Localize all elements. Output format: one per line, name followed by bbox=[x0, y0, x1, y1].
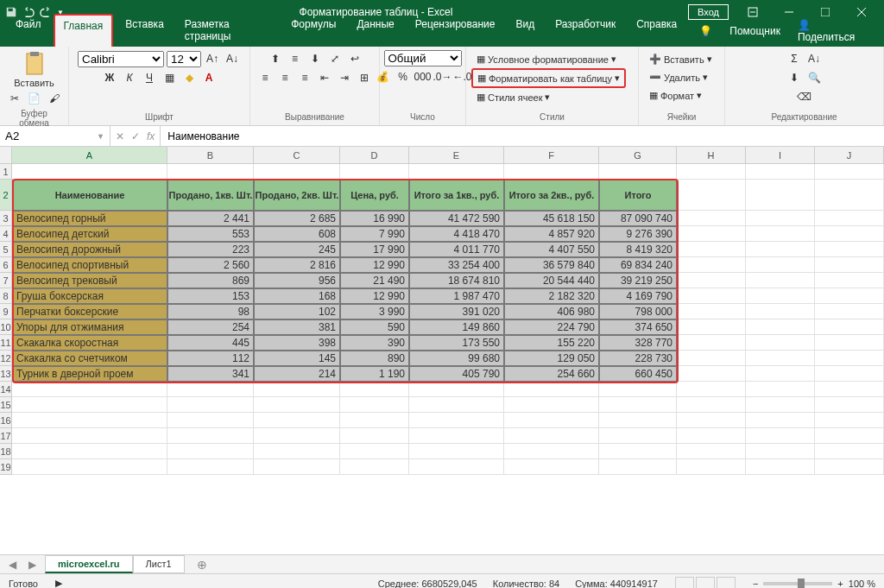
cell-F1[interactable] bbox=[504, 164, 599, 180]
cell-A2[interactable]: Наименование bbox=[12, 180, 167, 211]
zoom-slider[interactable] bbox=[763, 582, 832, 585]
cell-B1[interactable] bbox=[167, 164, 254, 180]
cell-G14[interactable] bbox=[599, 382, 677, 397]
cell-H5[interactable] bbox=[677, 242, 746, 257]
cell-A11[interactable]: Скакалка скоростная bbox=[12, 335, 167, 351]
cell-I5[interactable] bbox=[746, 242, 815, 257]
cell-A13[interactable]: Турник в дверной проем bbox=[12, 366, 167, 382]
cell-styles-button[interactable]: ▦ Стили ячеек ▾ bbox=[471, 88, 555, 106]
cell-E2[interactable]: Итого за 1кв., руб. bbox=[409, 180, 504, 211]
insert-cells-button[interactable]: ➕ Вставить ▾ bbox=[644, 50, 717, 68]
sort-filter-icon[interactable]: A↓ bbox=[805, 50, 823, 67]
cell-F15[interactable] bbox=[504, 397, 599, 413]
row-header-19[interactable]: 19 bbox=[0, 459, 12, 475]
ribbon-tab-данные[interactable]: Данные bbox=[348, 14, 402, 47]
cell-D2[interactable]: Цена, руб. bbox=[340, 180, 409, 211]
select-all-corner[interactable] bbox=[0, 147, 12, 163]
cell-H8[interactable] bbox=[677, 288, 746, 304]
cell-J14[interactable] bbox=[815, 382, 884, 397]
ribbon-tab-справка[interactable]: Справка bbox=[628, 14, 685, 47]
cell-D13[interactable]: 1 190 bbox=[340, 366, 409, 382]
cell-E15[interactable] bbox=[409, 397, 504, 413]
cell-C4[interactable]: 608 bbox=[254, 226, 340, 242]
cell-J13[interactable] bbox=[815, 366, 884, 382]
cell-I19[interactable] bbox=[746, 459, 815, 475]
cell-F13[interactable]: 254 660 bbox=[504, 366, 599, 382]
add-sheet-icon[interactable]: ⊕ bbox=[190, 556, 214, 573]
row-header-7[interactable]: 7 bbox=[0, 273, 12, 288]
cell-A18[interactable] bbox=[12, 444, 167, 459]
cell-E6[interactable]: 33 254 400 bbox=[409, 257, 504, 273]
cell-B14[interactable] bbox=[167, 382, 254, 397]
cell-E19[interactable] bbox=[409, 459, 504, 475]
cut-icon[interactable]: ✂ bbox=[6, 90, 23, 107]
cell-I8[interactable] bbox=[746, 288, 815, 304]
cell-E10[interactable]: 149 860 bbox=[409, 319, 504, 335]
autosum-icon[interactable]: Σ bbox=[786, 50, 803, 67]
cell-A10[interactable]: Упоры для отжимания bbox=[12, 319, 167, 335]
macro-record-icon[interactable]: ▶ bbox=[55, 578, 62, 588]
cell-B11[interactable]: 445 bbox=[167, 335, 254, 351]
cell-G2[interactable]: Итого bbox=[599, 180, 677, 211]
cell-A19[interactable] bbox=[12, 459, 167, 475]
cell-H17[interactable] bbox=[677, 428, 746, 444]
cell-J18[interactable] bbox=[815, 444, 884, 459]
orientation-icon[interactable]: ⤢ bbox=[326, 50, 344, 67]
cell-I6[interactable] bbox=[746, 257, 815, 273]
border-icon[interactable]: ▦ bbox=[161, 69, 178, 86]
cell-C3[interactable]: 2 685 bbox=[254, 211, 340, 226]
cell-G7[interactable]: 39 219 250 bbox=[599, 273, 677, 288]
cell-A4[interactable]: Велосипед детский bbox=[12, 226, 167, 242]
cell-B15[interactable] bbox=[167, 397, 254, 413]
cell-A15[interactable] bbox=[12, 397, 167, 413]
format-painter-icon[interactable]: 🖌 bbox=[46, 90, 63, 107]
cell-D12[interactable]: 890 bbox=[340, 351, 409, 366]
cell-A14[interactable] bbox=[12, 382, 167, 397]
sheet-nav-prev-icon[interactable]: ◀ bbox=[5, 557, 20, 572]
underline-icon[interactable]: Ч bbox=[141, 69, 158, 86]
cell-F2[interactable]: Итого за 2кв., руб. bbox=[504, 180, 599, 211]
row-header-5[interactable]: 5 bbox=[0, 242, 12, 257]
cell-J2[interactable] bbox=[815, 180, 884, 211]
row-header-6[interactable]: 6 bbox=[0, 257, 12, 273]
cell-D9[interactable]: 3 990 bbox=[340, 304, 409, 319]
zoom-out-icon[interactable]: − bbox=[753, 579, 758, 589]
cell-C19[interactable] bbox=[254, 459, 340, 475]
col-header-H[interactable]: H bbox=[677, 147, 746, 163]
row-header-2[interactable]: 2 bbox=[0, 180, 12, 211]
col-header-G[interactable]: G bbox=[599, 147, 677, 163]
cell-D17[interactable] bbox=[340, 428, 409, 444]
cell-J7[interactable] bbox=[815, 273, 884, 288]
currency-icon[interactable]: 💰 bbox=[375, 68, 392, 85]
cell-H12[interactable] bbox=[677, 351, 746, 366]
ribbon-tab-разработчик[interactable]: Разработчик bbox=[546, 14, 624, 47]
cell-B12[interactable]: 112 bbox=[167, 351, 254, 366]
cell-C1[interactable] bbox=[254, 164, 340, 180]
cell-J1[interactable] bbox=[815, 164, 884, 180]
cell-F10[interactable]: 224 790 bbox=[504, 319, 599, 335]
row-header-15[interactable]: 15 bbox=[0, 397, 12, 413]
cell-G8[interactable]: 4 169 790 bbox=[599, 288, 677, 304]
cell-D19[interactable] bbox=[340, 459, 409, 475]
cell-H9[interactable] bbox=[677, 304, 746, 319]
conditional-formatting-button[interactable]: ▦ Условное форматирование ▾ bbox=[471, 50, 622, 68]
cell-G18[interactable] bbox=[599, 444, 677, 459]
col-header-C[interactable]: C bbox=[254, 147, 340, 163]
cell-A17[interactable] bbox=[12, 428, 167, 444]
cell-F4[interactable]: 4 857 920 bbox=[504, 226, 599, 242]
col-header-I[interactable]: I bbox=[746, 147, 815, 163]
cell-J4[interactable] bbox=[815, 226, 884, 242]
cell-A8[interactable]: Груша боксерская bbox=[12, 288, 167, 304]
cell-B6[interactable]: 2 560 bbox=[167, 257, 254, 273]
view-buttons[interactable] bbox=[675, 577, 736, 589]
cell-I16[interactable] bbox=[746, 413, 815, 428]
cell-J5[interactable] bbox=[815, 242, 884, 257]
cell-B17[interactable] bbox=[167, 428, 254, 444]
align-left-icon[interactable]: ≡ bbox=[256, 69, 274, 86]
increase-indent-icon[interactable]: ⇥ bbox=[336, 69, 353, 86]
cell-G10[interactable]: 374 650 bbox=[599, 319, 677, 335]
align-top-icon[interactable]: ⬆ bbox=[267, 50, 284, 67]
align-middle-icon[interactable]: ≡ bbox=[287, 50, 304, 67]
cell-J8[interactable] bbox=[815, 288, 884, 304]
cell-H2[interactable] bbox=[677, 180, 746, 211]
